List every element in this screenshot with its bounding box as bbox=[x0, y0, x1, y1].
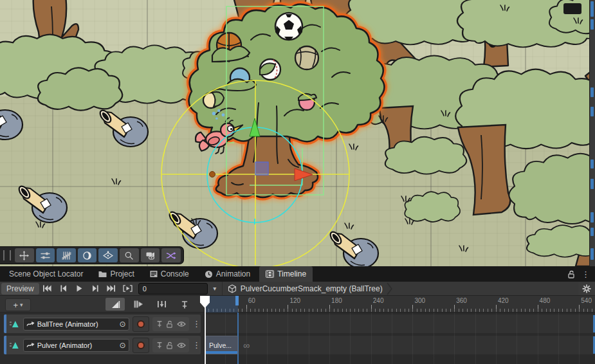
next-frame-button[interactable] bbox=[87, 282, 104, 295]
clock-icon bbox=[205, 270, 213, 278]
insert-marker-button[interactable] bbox=[152, 298, 171, 311]
track-binding-field[interactable]: Pulver (Animator) ⊙ bbox=[23, 339, 129, 352]
pin-icon[interactable] bbox=[156, 341, 163, 349]
breadcrumb-chevron bbox=[387, 282, 393, 295]
volleyball[interactable] bbox=[295, 46, 318, 69]
next-frame-icon bbox=[92, 285, 99, 292]
duration-end-marker[interactable] bbox=[235, 296, 239, 305]
tab-animation[interactable]: Animation bbox=[198, 266, 257, 282]
record-button[interactable] bbox=[133, 338, 150, 353]
soccer-ball[interactable] bbox=[275, 13, 302, 40]
timeline-content[interactable]: 0 60 120 180 240 300 360 420 480 540 Pul… bbox=[205, 296, 595, 364]
scene-viewport[interactable] bbox=[0, 0, 595, 266]
timeline-toolbar: Preview 0 ▾ PulverCucumberSmack_empty (B… bbox=[0, 282, 595, 296]
pin-header-button[interactable] bbox=[175, 298, 194, 311]
skip-start-button[interactable] bbox=[39, 282, 55, 295]
preview-toggle-button[interactable]: Preview bbox=[1, 283, 39, 295]
record-dot bbox=[137, 341, 145, 349]
ruler-label: 480 bbox=[540, 297, 551, 304]
gizmo-diamond-icon bbox=[103, 251, 113, 260]
tab-label: Scene Object Locator bbox=[9, 269, 83, 278]
target-picker-icon[interactable]: ⊙ bbox=[120, 341, 126, 349]
kebab-menu-icon[interactable]: ⋮ bbox=[581, 270, 590, 278]
camera-eye-icon bbox=[145, 251, 156, 260]
move-plane-handle[interactable] bbox=[255, 162, 268, 175]
folder-icon bbox=[98, 270, 107, 278]
timeline-settings-button[interactable] bbox=[578, 282, 595, 295]
unlock-icon[interactable] bbox=[166, 341, 173, 349]
tab-console[interactable]: Console bbox=[143, 266, 196, 282]
record-button[interactable] bbox=[133, 316, 150, 332]
scrollbar-marker bbox=[590, 212, 594, 223]
tabbar-right-controls: ⋮ bbox=[567, 266, 595, 282]
move-tool-button[interactable] bbox=[15, 248, 34, 262]
panel-tab-bar: Scene Object Locator Project Console Ani… bbox=[0, 266, 595, 282]
prev-frame-button[interactable] bbox=[55, 282, 71, 295]
unlock-icon[interactable] bbox=[166, 320, 173, 328]
skip-end-button[interactable] bbox=[104, 282, 120, 295]
curves-view-button[interactable] bbox=[105, 298, 125, 311]
ruler-label: 420 bbox=[498, 297, 509, 304]
track-row-balltree[interactable]: BallTree (Animator) ⊙ ⋮ bbox=[4, 314, 201, 333]
console-icon bbox=[150, 270, 158, 278]
track-list-panel: +▾ BallTree (Animator bbox=[0, 296, 205, 364]
ruler-label: 300 bbox=[415, 297, 426, 304]
tab-project[interactable]: Project bbox=[92, 266, 140, 282]
tab-label: Console bbox=[161, 269, 189, 278]
ruler-label: 120 bbox=[289, 297, 300, 304]
shuffle-tool-button[interactable] bbox=[161, 248, 181, 262]
prev-frame-icon bbox=[60, 285, 67, 292]
contrast-tool-button[interactable] bbox=[78, 248, 97, 262]
play-button[interactable] bbox=[71, 282, 87, 295]
move-icon bbox=[19, 251, 29, 260]
play-range-button[interactable] bbox=[120, 282, 136, 295]
skip-end-icon bbox=[107, 285, 116, 292]
track-options-group bbox=[152, 317, 189, 331]
camera-visibility-button[interactable] bbox=[141, 248, 160, 262]
target-picker-icon[interactable]: ⊙ bbox=[120, 320, 126, 328]
frame-dropdown-arrow[interactable]: ▾ bbox=[208, 285, 222, 292]
track-name: BallTree (Animator) bbox=[37, 320, 117, 328]
track-binding-field[interactable]: BallTree (Animator) ⊙ bbox=[23, 318, 129, 331]
scrollbar-marker bbox=[590, 1, 594, 17]
editor-window: Scene Object Locator Project Console Ani… bbox=[0, 0, 595, 364]
playhead-line bbox=[205, 305, 206, 364]
eye-icon[interactable] bbox=[177, 321, 186, 327]
pulver-clip[interactable]: Pulve... bbox=[205, 336, 238, 354]
track-kebab-menu[interactable]: ⋮ bbox=[192, 320, 201, 328]
frame-number-field[interactable]: 0 bbox=[138, 283, 208, 295]
ruler-label: 60 bbox=[248, 297, 255, 304]
scene-toolbar bbox=[0, 246, 184, 264]
tab-timeline[interactable]: Timeline bbox=[259, 266, 313, 282]
rotation-handle-dot[interactable] bbox=[210, 172, 215, 177]
track-row-pulver[interactable]: Pulver (Animator) ⊙ ⋮ bbox=[4, 336, 201, 354]
frame-gridlines bbox=[205, 313, 595, 364]
baseball[interactable] bbox=[260, 59, 280, 80]
timeline-body: +▾ BallTree (Animator bbox=[0, 296, 595, 364]
scrollbar-marker bbox=[590, 19, 594, 30]
add-track-button[interactable]: +▾ bbox=[5, 298, 31, 311]
pin-icon[interactable] bbox=[156, 320, 163, 327]
unlock-icon[interactable] bbox=[567, 270, 575, 278]
animator-track-icon bbox=[9, 340, 20, 350]
breadcrumb-title[interactable]: PulverCucumberSmack_empty (BallTree) bbox=[241, 284, 383, 293]
eye-icon[interactable] bbox=[177, 342, 186, 349]
add-track-label: + bbox=[13, 301, 18, 309]
edit-in-button[interactable] bbox=[129, 298, 148, 311]
ruler-label: 240 bbox=[373, 297, 384, 304]
binding-arrow-icon bbox=[26, 341, 35, 349]
sliders-tool-button[interactable] bbox=[36, 248, 55, 262]
time-ruler[interactable]: 0 60 120 180 240 300 360 420 480 540 bbox=[205, 296, 595, 313]
search-tool-button[interactable] bbox=[120, 248, 139, 262]
grid-snap-tool-button[interactable] bbox=[57, 248, 76, 262]
tab-scene-object-locator[interactable]: Scene Object Locator bbox=[3, 266, 89, 282]
gizmo-toggle-button[interactable] bbox=[98, 248, 118, 262]
scene-scrollbar[interactable] bbox=[589, 0, 595, 266]
binding-arrow-icon bbox=[26, 320, 35, 327]
breadcrumb: PulverCucumberSmack_empty (BallTree) bbox=[222, 282, 578, 295]
toolbar-drag-handle[interactable] bbox=[3, 250, 11, 260]
contrast-moon-icon bbox=[82, 251, 92, 260]
tab-label: Animation bbox=[216, 269, 250, 278]
edit-in-icon bbox=[134, 300, 143, 308]
track-kebab-menu[interactable]: ⋮ bbox=[192, 341, 201, 349]
